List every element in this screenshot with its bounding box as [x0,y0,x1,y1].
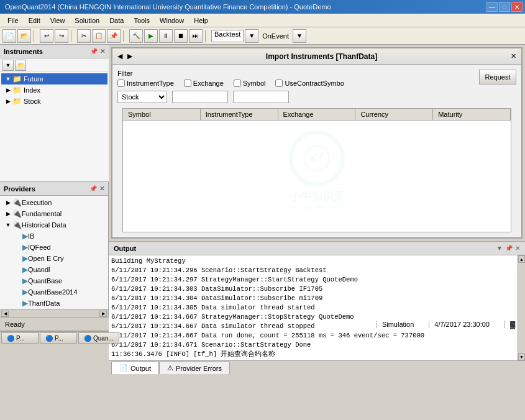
maximize-button[interactable]: □ [499,2,510,12]
menu-tools[interactable]: Tools [129,16,155,25]
providers-scrollbar-h[interactable]: ◀ ▶ [0,309,108,317]
status-right: Simulation 4/7/2017 23:30:00 ▓ [377,321,520,328]
scroll-left-btn[interactable]: ◀ [1,311,9,317]
output-tab-output[interactable]: 📄 Output [111,362,159,374]
redo-button[interactable]: ↪ [55,29,68,43]
open-button[interactable]: 📂 [17,29,31,43]
new-button[interactable]: 📄 [2,29,16,43]
paste-button[interactable]: 📌 [107,29,121,43]
svg-point-1 [311,158,316,163]
instruments-close[interactable]: ✕ [100,48,105,55]
exchange-input[interactable] [172,91,228,103]
stop-button[interactable]: ⏹ [174,29,188,43]
execution-expander[interactable]: ▶ [4,199,12,206]
close-button[interactable]: ✕ [511,2,523,12]
backtest-dropdown[interactable]: ▼ [245,29,258,43]
providers-tree: ▶ 🔌 Execution ▶ 🔌 Fundamental ▼ 🔌 Histor… [0,196,108,309]
run-button[interactable]: ▶ [144,29,158,43]
future-expander[interactable]: ▼ [4,76,12,82]
symbol-input[interactable] [233,91,289,103]
providers-close[interactable]: ✕ [99,185,104,192]
output-close[interactable]: ✕ [515,245,520,252]
status-ready: Ready [5,321,25,328]
usecontract-checkbox[interactable] [275,80,283,87]
tree-iqfeed[interactable]: ▶ IQFeed [1,242,107,253]
fundamental-expander[interactable]: ▶ [4,211,12,217]
onevent-label: OnEvent [260,32,291,40]
menu-solution[interactable]: Solution [70,16,104,25]
task-item-2[interactable]: 🔵 Quan... [78,332,119,344]
scroll-up-btn[interactable]: ▲ [518,255,525,263]
scroll-track-v [518,263,525,353]
tree-ib[interactable]: ▶ IB [1,231,107,242]
stock-expander[interactable]: ▶ [4,98,12,104]
scroll-right-btn[interactable]: ▶ [99,311,107,317]
tree-item-stock[interactable]: ▶ 📁 Stock [1,96,107,107]
copy-button[interactable]: 📋 [92,29,106,43]
menu-window[interactable]: Window [155,16,189,25]
onevent-dropdown[interactable]: ▼ [293,29,306,43]
index-expander[interactable]: ▶ [4,87,12,93]
usecontract-filter[interactable]: UseContractSymbo [275,80,344,87]
symbol-checkbox[interactable] [234,80,241,87]
minimize-button[interactable]: — [486,2,498,12]
historical-expander[interactable]: ▼ [4,222,12,228]
window-title: OpenQuant2014 (China HENGQIN Internation… [2,3,331,11]
instruments-pin[interactable]: 📌 [90,48,98,55]
opene-icon: ▶ [22,254,28,263]
task-label-0: P... [16,335,25,342]
tree-thanfdata[interactable]: ▶ ThanfData [1,298,107,309]
request-button[interactable]: Request [479,70,516,84]
instrument-type-combo[interactable]: Stock Future Index [117,91,167,103]
nav-prev[interactable]: ◀ [117,52,122,60]
exchange-checkbox[interactable] [184,80,191,87]
exchange-filter[interactable]: Exchange [184,80,224,87]
tree-open-e-cry[interactable]: ▶ Open E Cry [1,253,107,264]
task-item-1[interactable]: 🔵 P... [40,332,77,344]
tree-quantbase[interactable]: ▶ QuantBase [1,275,107,286]
providers-pin[interactable]: 📌 [89,185,97,192]
scroll-down-btn[interactable]: ▼ [518,353,525,360]
add-instrument-btn[interactable]: ▼ [2,60,14,71]
menu-help[interactable]: Help [189,16,213,25]
instrument-type-filter[interactable]: InstrumentType [117,80,174,87]
status-simulation: Simulation [377,321,419,328]
menu-file[interactable]: File [2,16,24,25]
output-scrollbar[interactable]: ▲ ▼ [518,255,525,360]
stock-folder-icon: 📁 [12,97,22,106]
quantbase-icon: ▶ [22,276,28,285]
menu-view[interactable]: View [45,16,70,25]
build-button[interactable]: 🔨 [129,29,143,43]
tree-execution[interactable]: ▶ 🔌 Execution [1,197,107,208]
status-datetime: 4/7/2017 23:30:00 [429,321,495,328]
tree-fundamental[interactable]: ▶ 🔌 Fundamental [1,208,107,219]
output-tab-errors[interactable]: ⚠ Provider Errors [159,362,230,374]
iqfeed-icon: ▶ [22,243,28,252]
nav-next[interactable]: ▶ [127,52,132,60]
tree-item-index[interactable]: ▶ 📁 Index [1,84,107,96]
symbol-filter[interactable]: Symbol [234,80,266,87]
output-pin[interactable]: 📌 [505,245,513,252]
menu-edit[interactable]: Edit [24,16,45,25]
task-item-0[interactable]: 🔵 P... [1,332,39,344]
menu-bar: File Edit View Solution Data Tools Windo… [0,14,525,27]
status-indicator: ▓ [504,321,520,328]
col-symbol: Symbol [123,109,201,120]
next-button[interactable]: ⏭ [189,29,203,43]
instrument-type-checkbox[interactable] [117,80,125,87]
instrument-folder-btn[interactable]: 📁 [15,60,26,71]
pause-button[interactable]: ⏸ [159,29,173,43]
import-panel-close: ✕ [511,52,516,60]
cut-button[interactable]: ✂ [77,29,91,43]
menu-data[interactable]: Data [104,16,129,25]
panel-close-icon[interactable]: ✕ [511,52,516,60]
tree-quandl[interactable]: ▶ Quandl [1,264,107,275]
tree-historical-data[interactable]: ▼ 🔌 Historical Data [1,219,107,231]
tree-item-future[interactable]: ▼ 📁 Future [1,73,107,84]
tree-quantbase2014[interactable]: ▶ QuantBase2014 [1,286,107,298]
left-panel: Instruments 📌 ✕ ▼ 📁 ▼ 📁 Future ▶ 📁 [0,45,109,317]
import-panel-title: Import Instruments [ThanfData] [266,52,377,61]
undo-button[interactable]: ↩ [40,29,53,43]
watermark-pinyin: XIAO NIU ZHI SHI KU [283,204,350,210]
output-dropdown[interactable]: ▼ [496,245,503,252]
